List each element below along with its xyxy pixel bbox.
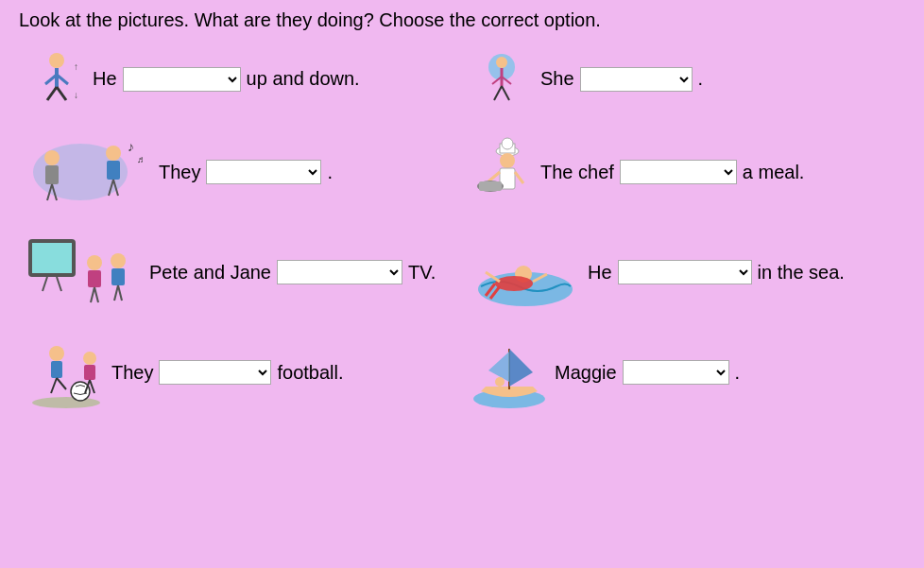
subject-skate: She [540, 68, 574, 90]
suffix-sailing: . [735, 362, 741, 384]
svg-point-55 [49, 346, 64, 361]
select-argue[interactable]: argue is arguing are arguing argues [206, 160, 321, 184]
select-chef[interactable]: cooks is cooking are cooking cook [620, 160, 737, 184]
sailing-image [471, 335, 547, 410]
select-sailing[interactable]: sails is sailing are sailing sail [623, 360, 729, 385]
svg-line-5 [57, 87, 66, 100]
select-swim[interactable]: swims is swimming are swimming swim [618, 260, 752, 284]
cell-tv: Pete and Jane watch is watching are watc… [19, 227, 462, 318]
suffix-swim: in the sea. [758, 262, 845, 284]
svg-marker-66 [509, 349, 533, 387]
subject-tv: Pete and Jane [149, 262, 271, 284]
svg-line-46 [118, 285, 122, 301]
suffix-skate: . [698, 68, 704, 90]
cell-swim: He swims is swimming are swimming swim i… [462, 227, 905, 318]
svg-text:♬: ♬ [137, 154, 145, 164]
football-image [28, 335, 104, 410]
sentence-chef: The chef cooks is cooking are cooking co… [540, 160, 804, 184]
svg-line-14 [502, 86, 509, 100]
svg-rect-40 [88, 270, 101, 287]
cell-jump: ↑ ↓ He jumps is jumping are jumping jump… [19, 41, 462, 117]
subject-chef: The chef [540, 162, 614, 183]
sentence-swim: He swims is swimming are swimming swim i… [588, 260, 845, 284]
svg-line-13 [494, 86, 502, 100]
svg-point-0 [49, 53, 64, 68]
svg-line-32 [515, 172, 523, 183]
svg-line-42 [94, 287, 98, 302]
svg-rect-56 [51, 361, 62, 378]
svg-text:↑: ↑ [74, 61, 78, 72]
svg-point-20 [106, 146, 121, 161]
cell-chef: The chef cooks is cooking are cooking co… [462, 127, 905, 217]
svg-rect-44 [111, 268, 125, 285]
select-tv[interactable]: watch is watching are watching watches [277, 260, 402, 284]
jump-image: ↑ ↓ [28, 51, 85, 108]
subject-argue: They [159, 162, 200, 183]
argue-image: ♪ ♬ [28, 134, 151, 210]
tv-image [28, 234, 142, 310]
select-jump[interactable]: jumps is jumping are jumping jump [123, 67, 241, 92]
svg-line-45 [114, 285, 118, 301]
svg-point-28 [502, 138, 513, 149]
svg-point-49 [495, 276, 533, 291]
svg-point-60 [83, 352, 96, 365]
subject-football: They [111, 362, 153, 384]
chef-image [471, 134, 533, 210]
svg-text:♪: ♪ [128, 139, 134, 154]
svg-line-31 [488, 172, 500, 181]
svg-line-57 [51, 378, 57, 393]
sentence-skate: She skates is skating are skating skate … [540, 67, 703, 92]
svg-point-29 [500, 153, 515, 168]
svg-line-58 [57, 378, 66, 389]
svg-rect-61 [84, 365, 95, 380]
svg-rect-17 [45, 165, 59, 184]
svg-line-37 [43, 277, 47, 291]
svg-line-38 [57, 277, 61, 291]
svg-point-68 [495, 377, 505, 387]
cell-football: They play is playing are playing plays f… [19, 327, 462, 418]
select-football[interactable]: play is playing are playing plays [159, 360, 271, 385]
suffix-argue: . [327, 162, 333, 183]
svg-point-16 [44, 150, 60, 165]
suffix-tv: TV. [408, 262, 436, 284]
sentence-jump: He jumps is jumping are jumping jump up … [93, 67, 360, 92]
svg-rect-36 [32, 243, 72, 273]
svg-point-9 [496, 57, 507, 68]
svg-line-4 [47, 87, 57, 100]
svg-point-39 [87, 255, 102, 270]
svg-point-54 [32, 397, 100, 408]
swim-image [471, 234, 580, 310]
subject-swim: He [588, 262, 612, 284]
svg-line-41 [91, 287, 94, 302]
instructions: Look at the pictures. What are they doin… [19, 9, 905, 31]
suffix-chef: a meal. [743, 162, 805, 183]
svg-line-63 [90, 380, 94, 393]
cell-sailing: Maggie sails is sailing are sailing sail… [462, 327, 905, 418]
svg-text:↓: ↓ [74, 90, 78, 100]
sentence-argue: They argue is arguing are arguing argues… [159, 160, 333, 184]
suffix-jump: up and down. [247, 68, 360, 90]
select-skate[interactable]: skates is skating are skating skate [580, 67, 693, 92]
sentence-football: They play is playing are playing plays f… [111, 360, 344, 385]
cell-skate: She skates is skating are skating skate … [462, 41, 905, 117]
sentence-sailing: Maggie sails is sailing are sailing sail… [555, 360, 740, 385]
svg-rect-34 [479, 181, 502, 191]
skate-image [471, 48, 533, 110]
svg-rect-21 [107, 161, 120, 180]
subject-jump: He [93, 68, 117, 90]
subject-sailing: Maggie [555, 362, 617, 384]
suffix-football: football. [277, 362, 343, 384]
svg-point-43 [111, 253, 126, 268]
sentence-tv: Pete and Jane watch is watching are watc… [149, 260, 436, 284]
cell-argue: ♪ ♬ They argue is arguing are arguing ar… [19, 127, 462, 217]
